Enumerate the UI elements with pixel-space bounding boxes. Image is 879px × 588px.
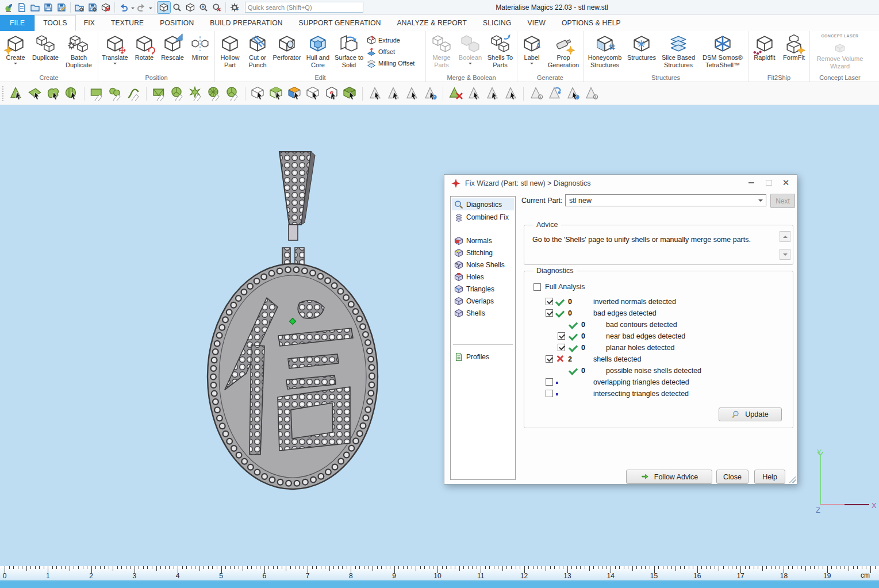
close-button[interactable]: ✕ xyxy=(777,176,794,190)
row-checkbox[interactable] xyxy=(558,332,565,340)
hollow-part-button[interactable]: Hollow Part xyxy=(216,33,244,68)
smooth-marked-icon[interactable] xyxy=(423,86,438,101)
delete-marked-icon[interactable] xyxy=(448,86,463,101)
rotate-button[interactable]: Rotate xyxy=(130,33,158,62)
follow-advice-button[interactable]: Follow Advice xyxy=(626,470,712,484)
row-checkbox[interactable] xyxy=(546,309,553,317)
current-part-combobox[interactable]: stl new xyxy=(565,194,766,206)
row-checkbox[interactable] xyxy=(558,344,565,351)
nav-noise-shells[interactable]: Noise Shells xyxy=(452,259,514,271)
nav-overlaps[interactable]: Overlaps xyxy=(452,295,514,307)
fit-view-icon[interactable] xyxy=(184,2,197,13)
settings-icon[interactable] xyxy=(228,2,241,13)
model-viewport[interactable]: X Z Y Fix Wizard (Part: stl new) > Diagn… xyxy=(0,105,879,566)
row-checkbox[interactable] xyxy=(546,390,553,397)
export-part-icon[interactable] xyxy=(86,2,99,13)
nav-diagnostics[interactable]: Diagnostics xyxy=(452,198,514,210)
prop-generation-button[interactable]: Prop Generation xyxy=(545,33,582,68)
tab-support-generation[interactable]: SUPPORT GENERATION xyxy=(291,15,389,31)
rectangle-mark-icon[interactable] xyxy=(89,86,105,101)
translate-button[interactable]: Translate xyxy=(99,33,130,66)
mark-triangle-icon[interactable] xyxy=(9,86,24,101)
remove-part-icon[interactable] xyxy=(99,2,112,13)
mark-plane-icon[interactable] xyxy=(27,86,43,101)
label-button[interactable]: A Label xyxy=(519,33,545,66)
magics-logo-icon[interactable] xyxy=(2,2,15,13)
shrink-marked-icon[interactable] xyxy=(404,86,420,101)
scroll-up-button[interactable] xyxy=(780,231,790,242)
star-mark-icon[interactable] xyxy=(188,86,204,101)
batch-duplicate-button[interactable]: Batch Duplicate xyxy=(61,33,97,68)
view-cube-toggle-icon[interactable] xyxy=(158,2,170,13)
shells-to-parts-button[interactable]: Shells To Parts xyxy=(485,33,516,68)
dsm-somos-tetrashell-button[interactable]: DSM Somos® TetraShell™ xyxy=(698,33,747,68)
tab-analyze-report[interactable]: ANALYZE & REPORT xyxy=(389,15,475,31)
select-solid-part-icon[interactable] xyxy=(342,86,358,101)
formfit-button[interactable]: FormFit xyxy=(780,33,808,62)
select-colored-cube-icon[interactable] xyxy=(287,86,302,101)
milling-offset-button[interactable]: Milling Offset xyxy=(367,58,422,68)
stitch-marked-icon[interactable] xyxy=(547,86,562,101)
nav-normals[interactable]: Normals xyxy=(452,235,514,247)
zoom-in-icon[interactable] xyxy=(197,2,210,13)
tab-slicing[interactable]: SLICING xyxy=(475,15,519,31)
remove-volume-wizard-button[interactable]: CONCEPT LASER Remove Volume Wizard xyxy=(811,33,869,70)
window-mark-icon[interactable] xyxy=(151,86,167,101)
close-dialog-button[interactable]: Close xyxy=(716,470,749,484)
nav-shells[interactable]: Shells xyxy=(452,307,514,319)
nav-triangles[interactable]: Triangles xyxy=(452,283,514,295)
fix-marked-icon[interactable] xyxy=(528,86,544,101)
structures-button[interactable]: Structures xyxy=(625,33,658,62)
save-as-icon[interactable] xyxy=(55,2,68,13)
update-button[interactable]: Update xyxy=(719,408,782,421)
zoom-part-icon[interactable] xyxy=(171,2,183,13)
unhide-marked-icon[interactable] xyxy=(485,86,500,101)
nav-stitching[interactable]: Stitching xyxy=(452,247,514,259)
advice-scrollbar[interactable] xyxy=(780,231,789,260)
select-through-cube-icon[interactable] xyxy=(250,86,266,101)
redo-dropdown-icon[interactable] xyxy=(149,7,152,11)
quick-search-input[interactable] xyxy=(245,2,363,13)
tab-tools[interactable]: TOOLS xyxy=(34,15,75,31)
rescale-button[interactable]: Rescale xyxy=(158,33,187,62)
nav-profiles[interactable]: Profiles xyxy=(452,351,514,363)
tab-texture[interactable]: TEXTURE xyxy=(103,15,152,31)
mark-shell-icon[interactable] xyxy=(64,86,79,101)
next-button[interactable]: Next xyxy=(770,194,795,208)
create-button[interactable]: Create xyxy=(1,33,30,66)
undo-dropdown-icon[interactable] xyxy=(131,7,135,11)
hull-and-core-button[interactable]: Hull and Core xyxy=(302,33,333,68)
pendant-model[interactable] xyxy=(201,147,391,497)
perforator-button[interactable]: Perforator xyxy=(271,33,302,62)
duplicate-button[interactable]: Duplicate xyxy=(30,33,61,62)
full-analysis-checkbox[interactable] xyxy=(533,283,541,291)
row-checkbox[interactable] xyxy=(546,378,553,386)
maximize-button[interactable] xyxy=(760,176,777,190)
tab-options-help[interactable]: OPTIONS & HELP xyxy=(554,15,629,31)
save-icon[interactable] xyxy=(42,2,55,13)
import-part-icon[interactable] xyxy=(73,2,86,13)
slice-based-structures-button[interactable]: Slice Based Structures xyxy=(658,33,698,68)
honeycomb-structures-button[interactable]: Honeycomb Structures xyxy=(585,33,625,68)
new-document-icon[interactable] xyxy=(16,2,28,13)
hide-marked-icon[interactable] xyxy=(466,86,482,101)
offset-button[interactable]: Offset xyxy=(367,47,422,56)
surface-to-solid-button[interactable]: Surface to Solid xyxy=(333,33,364,68)
tab-position[interactable]: POSITION xyxy=(152,15,202,31)
select-point-icon[interactable] xyxy=(324,86,339,101)
analyze-marked-icon[interactable] xyxy=(565,86,581,101)
tab-view[interactable]: VIEW xyxy=(519,15,553,31)
cut-or-punch-button[interactable]: Cut or Punch xyxy=(244,33,271,68)
zoom-reset-icon[interactable] xyxy=(210,2,223,13)
boolean-button[interactable]: Boolean xyxy=(456,33,485,66)
dialog-titlebar[interactable]: Fix Wizard (Part: stl new) > Diagnostics… xyxy=(444,175,797,192)
expand-marked-icon[interactable] xyxy=(386,86,401,101)
mirror-button[interactable]: Mirror xyxy=(187,33,213,62)
extrude-button[interactable]: Extrude xyxy=(367,35,422,45)
tab-file[interactable]: FILE xyxy=(0,15,34,31)
minimize-button[interactable] xyxy=(743,176,760,190)
resize-grip[interactable] xyxy=(788,475,796,483)
redo-icon[interactable] xyxy=(135,2,148,13)
invert-marked-icon[interactable] xyxy=(367,86,383,101)
filter-marked-icon[interactable] xyxy=(503,86,519,101)
